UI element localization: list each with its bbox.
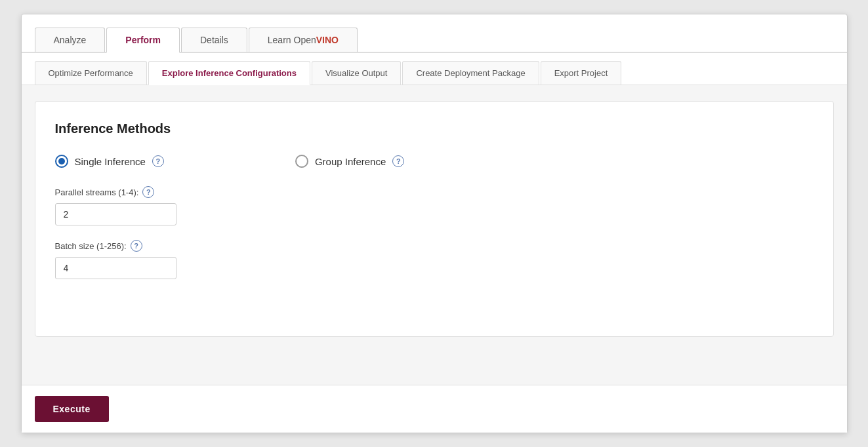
radio-circle-group xyxy=(295,155,308,168)
tab-learn-openvino[interactable]: Learn OpenVINO xyxy=(249,28,358,52)
learn-vino-text: VINO xyxy=(316,35,339,45)
help-icon-batch[interactable]: ? xyxy=(131,240,142,252)
parallel-streams-label: Parallel streams (1-4): ? xyxy=(55,186,814,198)
card-title: Inference Methods xyxy=(55,121,814,136)
sub-tab-optimize[interactable]: Optimize Performance xyxy=(35,61,147,85)
sub-tab-export[interactable]: Export Project xyxy=(541,61,622,85)
tab-details[interactable]: Details xyxy=(181,28,247,52)
sub-tab-visualize[interactable]: Visualize Output xyxy=(312,61,401,85)
batch-size-group: Batch size (1-256): ? xyxy=(55,240,814,279)
execute-button[interactable]: Execute xyxy=(35,396,109,422)
sub-tab-explore[interactable]: Explore Inference Configurations xyxy=(148,61,310,85)
radio-group-inference[interactable]: Group Inference ? xyxy=(295,155,404,168)
footer: Execute xyxy=(22,385,847,433)
radio-circle-single xyxy=(55,155,68,168)
sub-nav: Optimize Performance Explore Inference C… xyxy=(22,53,847,85)
radio-label-group: Group Inference xyxy=(315,156,386,167)
tab-perform[interactable]: Perform xyxy=(106,28,180,53)
tab-analyze[interactable]: Analyze xyxy=(35,28,106,52)
batch-size-label: Batch size (1-256): ? xyxy=(55,240,814,252)
parallel-streams-group: Parallel streams (1-4): ? xyxy=(55,186,814,225)
radio-row: Single Inference ? Group Inference ? xyxy=(55,155,814,168)
top-nav: Analyze Perform Details Learn OpenVINO xyxy=(22,14,847,53)
batch-size-input[interactable] xyxy=(55,257,176,279)
radio-label-single: Single Inference xyxy=(75,156,146,167)
parallel-streams-input[interactable] xyxy=(55,203,176,225)
parallel-streams-label-text: Parallel streams (1-4): xyxy=(55,187,139,197)
app-window: Analyze Perform Details Learn OpenVINO O… xyxy=(21,14,848,433)
learn-open-text: Learn Open xyxy=(268,35,316,45)
radio-single-inference[interactable]: Single Inference ? xyxy=(55,155,164,168)
sub-tab-create-deployment[interactable]: Create Deployment Package xyxy=(402,61,539,85)
main-content: Inference Methods Single Inference ? Gro… xyxy=(22,85,847,385)
help-icon-group[interactable]: ? xyxy=(392,155,404,167)
inference-card: Inference Methods Single Inference ? Gro… xyxy=(35,101,834,337)
help-icon-single[interactable]: ? xyxy=(152,155,164,167)
help-icon-parallel[interactable]: ? xyxy=(142,186,154,198)
batch-size-label-text: Batch size (1-256): xyxy=(55,241,127,251)
